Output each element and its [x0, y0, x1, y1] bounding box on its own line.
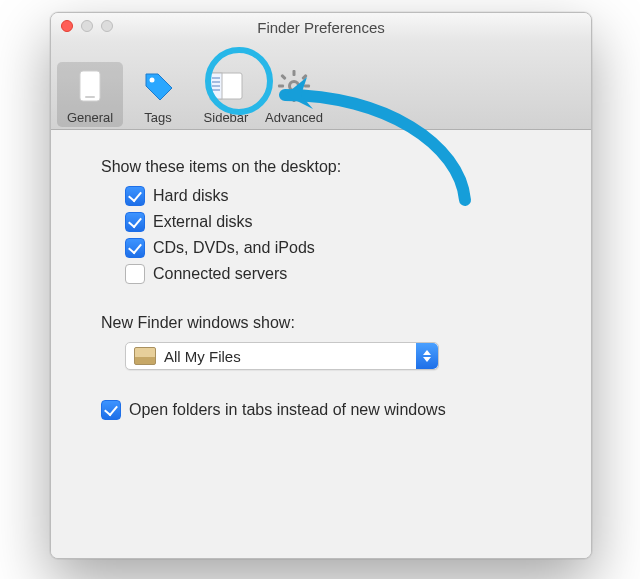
new-windows-row: All My Files — [125, 342, 557, 370]
tab-general[interactable]: General — [57, 62, 123, 127]
checkbox-external-disks[interactable] — [125, 212, 145, 232]
svg-rect-15 — [301, 74, 307, 80]
checkbox-cds-dvds-ipods-row: CDs, DVDs, and iPods — [125, 238, 557, 258]
window-controls — [61, 20, 113, 32]
checkbox-cds-dvds-ipods[interactable] — [125, 238, 145, 258]
zoom-button[interactable] — [101, 20, 113, 32]
sidebar-icon — [206, 66, 246, 106]
general-icon — [70, 66, 110, 106]
desktop-items-label: Show these items on the desktop: — [101, 158, 557, 176]
tab-sidebar-label: Sidebar — [204, 110, 249, 125]
popup-arrows-icon — [416, 343, 438, 369]
titlebar: Finder Preferences — [51, 13, 591, 41]
checkbox-open-in-tabs[interactable] — [101, 400, 121, 420]
svg-rect-17 — [301, 92, 307, 98]
svg-rect-11 — [293, 96, 296, 102]
svg-point-2 — [150, 78, 155, 83]
tab-tags[interactable]: Tags — [125, 62, 191, 127]
tags-icon — [138, 66, 178, 106]
tab-advanced[interactable]: Advanced — [261, 62, 327, 127]
preferences-window: Finder Preferences General Tags — [50, 12, 592, 559]
checkbox-connected-servers-row: Connected servers — [125, 264, 557, 284]
desktop-items-list: Hard disks External disks CDs, DVDs, and… — [125, 186, 557, 284]
tab-general-label: General — [67, 110, 113, 125]
checkbox-open-in-tabs-label: Open folders in tabs instead of new wind… — [129, 401, 446, 419]
svg-rect-13 — [304, 85, 310, 88]
svg-rect-14 — [280, 74, 286, 80]
svg-rect-12 — [278, 85, 284, 88]
new-windows-value: All My Files — [164, 348, 241, 365]
tab-tags-label: Tags — [144, 110, 171, 125]
new-windows-popup[interactable]: All My Files — [125, 342, 439, 370]
svg-point-18 — [291, 83, 297, 89]
checkbox-hard-disks-row: Hard disks — [125, 186, 557, 206]
checkbox-connected-servers[interactable] — [125, 264, 145, 284]
checkbox-hard-disks[interactable] — [125, 186, 145, 206]
checkbox-connected-servers-label: Connected servers — [153, 265, 287, 283]
svg-rect-10 — [293, 70, 296, 76]
open-in-tabs-row: Open folders in tabs instead of new wind… — [101, 400, 557, 420]
advanced-icon — [274, 66, 314, 106]
toolbar: General Tags S — [51, 41, 591, 130]
svg-rect-16 — [280, 92, 286, 98]
new-windows-label: New Finder windows show: — [101, 314, 557, 332]
checkbox-cds-dvds-ipods-label: CDs, DVDs, and iPods — [153, 239, 315, 257]
content-pane: Show these items on the desktop: Hard di… — [51, 130, 591, 559]
checkbox-external-disks-row: External disks — [125, 212, 557, 232]
checkbox-hard-disks-label: Hard disks — [153, 187, 229, 205]
svg-rect-1 — [85, 96, 95, 98]
minimize-button[interactable] — [81, 20, 93, 32]
close-button[interactable] — [61, 20, 73, 32]
all-my-files-icon — [134, 347, 156, 365]
tab-advanced-label: Advanced — [265, 110, 323, 125]
tab-sidebar[interactable]: Sidebar — [193, 62, 259, 127]
window-title: Finder Preferences — [257, 19, 385, 36]
checkbox-external-disks-label: External disks — [153, 213, 253, 231]
